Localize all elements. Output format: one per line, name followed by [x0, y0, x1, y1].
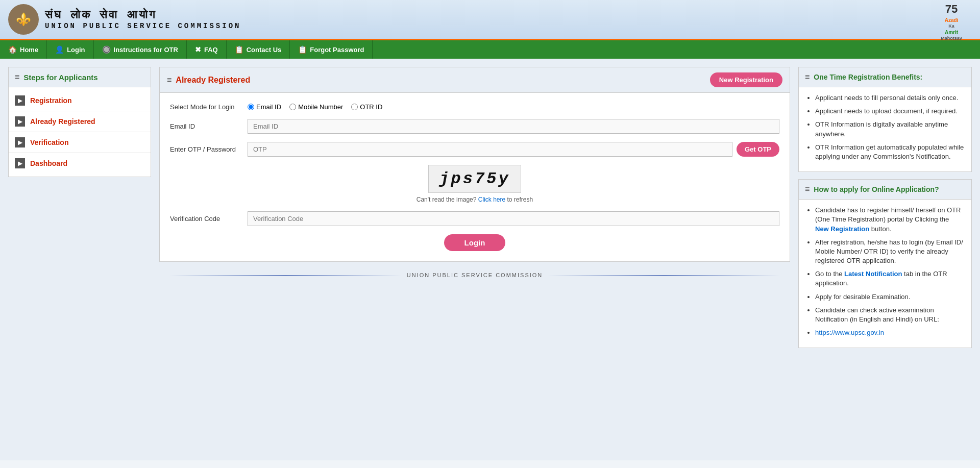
get-otp-button[interactable]: Get OTP	[737, 142, 779, 157]
how-body: Candidate has to register himself/ herse…	[799, 200, 971, 348]
benefits-title: One Time Registration Benefits:	[814, 73, 922, 81]
nav-contact[interactable]: 📋 Contact Us	[227, 40, 290, 59]
how-step-4: Apply for desirable Examination.	[815, 292, 964, 302]
how-title: How to apply for Online Application?	[814, 185, 939, 193]
mode-otr-radio[interactable]	[351, 104, 358, 110]
step-arrow-already-registered: ▶	[15, 116, 25, 127]
step-label-already-registered: Already Registered	[30, 117, 95, 126]
mode-otr-option[interactable]: OTR ID	[351, 103, 382, 111]
login-box: ≡ Already Registered New Registration Se…	[159, 67, 790, 262]
step-label-registration: Registration	[30, 96, 72, 105]
otp-label: Enter OTP / Password	[170, 145, 241, 153]
otp-input[interactable]	[248, 142, 732, 157]
captcha-refresh-link[interactable]: Click here	[478, 196, 505, 203]
forgot-icon: 📋	[298, 45, 307, 54]
step-arrow-registration: ▶	[15, 95, 25, 106]
captcha-refresh-text: to refresh	[507, 196, 533, 203]
new-registration-button[interactable]: New Registration	[710, 72, 782, 87]
upsc-url-link[interactable]: https://www.upsc.gov.in	[815, 329, 884, 336]
middle-panel: ≡ Already Registered New Registration Se…	[151, 67, 798, 452]
login-menu-icon: ≡	[167, 76, 172, 85]
captcha-section: jps75y Can't read the image? Click here …	[170, 165, 779, 203]
mode-mobile-option[interactable]: Mobile Number	[289, 103, 343, 111]
mode-mobile-radio[interactable]	[289, 104, 296, 110]
mode-row: Select Mode for Login Email ID Mobile Nu…	[170, 103, 779, 111]
how-step-2: After registration, he/she has to login …	[815, 238, 964, 266]
benefits-body: Applicant needs to fill personal details…	[799, 87, 971, 171]
nav-forgot-label: Forgot Password	[310, 46, 364, 54]
how-to-apply-box: ≡ How to apply for Online Application? C…	[798, 179, 972, 348]
email-input[interactable]	[248, 119, 779, 134]
benefit-item: Applicant needs to upload document, if r…	[815, 107, 964, 116]
login-form: Select Mode for Login Email ID Mobile Nu…	[160, 93, 790, 261]
benefits-list: Applicant needs to fill personal details…	[806, 93, 964, 161]
email-row: Email ID	[170, 119, 779, 134]
benefits-box: ≡ One Time Registration Benefits: Applic…	[798, 67, 972, 172]
steps-panel: ≡ Steps for Applicants ▶ Registration ▶ …	[8, 67, 151, 177]
how-step-3: Go to the Latest Notification tab in the…	[815, 269, 964, 288]
main-navbar: 🏠 Home 👤 Login 🔘 Instructions for OTR ✖ …	[0, 40, 980, 59]
benefit-item: Applicant needs to fill personal details…	[815, 93, 964, 103]
verification-label: Verification Code	[170, 215, 241, 223]
footer-text: UNION PUBLIC SERVICE COMMISSION	[407, 272, 543, 278]
nav-forgot-password[interactable]: 📋 Forgot Password	[290, 40, 373, 59]
menu-icon: ≡	[15, 72, 19, 82]
home-icon: 🏠	[8, 45, 17, 54]
login-button[interactable]: Login	[444, 234, 506, 251]
new-registration-link[interactable]: New Registration	[815, 225, 869, 233]
header-text: संघ लोक सेवा आयोग UNION PUBLIC SERVICE C…	[45, 9, 241, 30]
nav-login-label: Login	[67, 46, 85, 54]
email-label: Email ID	[170, 122, 241, 130]
step-arrow-dashboard: ▶	[15, 158, 25, 168]
header-logo: ⚜️ संघ लोक सेवा आयोग UNION PUBLIC SERVIC…	[8, 4, 241, 35]
benefit-item: OTR Information get automatically popula…	[815, 143, 964, 161]
nav-home-label: Home	[20, 46, 38, 54]
steps-panel-title: Steps for Applicants	[23, 73, 97, 82]
nav-instructions-label: Instructions for OTR	[114, 46, 178, 54]
login-section-title: Already Registered	[176, 76, 250, 85]
mode-label: Select Mode for Login	[170, 103, 241, 111]
steps-list: ▶ Registration ▶ Already Registered ▶ Ve…	[9, 87, 151, 177]
captcha-refresh: Can't read the image? Click here to refr…	[170, 196, 779, 203]
step-dashboard[interactable]: ▶ Dashboard	[9, 153, 151, 174]
nav-faq[interactable]: ✖ FAQ	[187, 40, 227, 59]
captcha-image: jps75y	[428, 165, 521, 193]
step-verification[interactable]: ▶ Verification	[9, 132, 151, 153]
how-step-url: https://www.upsc.gov.in	[815, 328, 964, 337]
login-icon: 👤	[55, 45, 64, 54]
main-content: ≡ Steps for Applicants ▶ Registration ▶ …	[0, 59, 980, 460]
org-name-hindi: संघ लोक सेवा आयोग	[45, 9, 241, 22]
step-already-registered[interactable]: ▶ Already Registered	[9, 111, 151, 132]
nav-home[interactable]: 🏠 Home	[0, 40, 47, 59]
captcha-hint-text: Can't read the image?	[416, 196, 477, 203]
footer: UNION PUBLIC SERVICE COMMISSION	[159, 262, 790, 288]
how-step-1: Candidate has to register himself/ herse…	[815, 206, 964, 234]
latest-notification-link[interactable]: Latest Notification	[844, 270, 902, 278]
how-step-5: Candidate can check active examination N…	[815, 306, 964, 324]
verification-input[interactable]	[248, 211, 779, 226]
step-label-verification: Verification	[30, 138, 68, 146]
otp-row: Enter OTP / Password Get OTP	[170, 142, 779, 157]
azadi-badge: 75 Azadi Ka Amrit Mahotsav	[931, 4, 972, 40]
benefits-header: ≡ One Time Registration Benefits:	[799, 67, 971, 87]
nav-contact-label: Contact Us	[247, 46, 282, 54]
login-header-left: ≡ Already Registered	[167, 76, 250, 85]
instructions-icon: 🔘	[102, 45, 111, 54]
step-registration[interactable]: ▶ Registration	[9, 90, 151, 111]
contact-icon: 📋	[235, 45, 243, 54]
benefit-item: OTR Information is digitally available a…	[815, 120, 964, 138]
emblem-icon: ⚜️	[8, 4, 39, 35]
step-arrow-verification: ▶	[15, 137, 25, 147]
how-header: ≡ How to apply for Online Application?	[799, 180, 971, 200]
nav-instructions[interactable]: 🔘 Instructions for OTR	[94, 40, 187, 59]
mode-mobile-label: Mobile Number	[298, 103, 343, 111]
left-panel: ≡ Steps for Applicants ▶ Registration ▶ …	[8, 67, 151, 452]
mode-radio-group: Email ID Mobile Number OTR ID	[248, 103, 382, 111]
nav-faq-label: FAQ	[204, 46, 218, 54]
mode-email-label: Email ID	[256, 103, 281, 111]
mode-email-option[interactable]: Email ID	[248, 103, 281, 111]
faq-icon: ✖	[195, 45, 201, 54]
nav-login[interactable]: 👤 Login	[47, 40, 93, 59]
login-header: ≡ Already Registered New Registration	[160, 67, 790, 93]
mode-email-radio[interactable]	[248, 104, 254, 110]
